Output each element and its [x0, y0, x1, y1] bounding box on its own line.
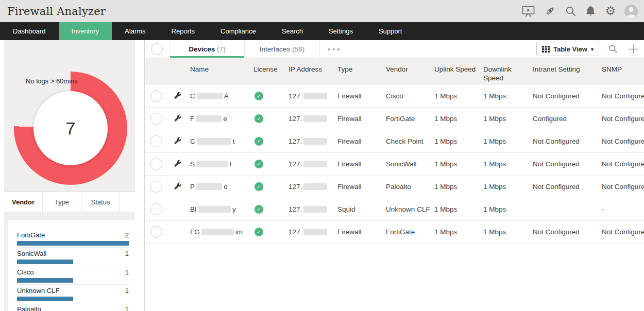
vendor-row-unknown-clf[interactable]: Unknown CLF1: [17, 285, 129, 303]
add-device-plus-icon[interactable]: [628, 44, 639, 55]
settings-gear-icon[interactable]: ⚙: [605, 5, 616, 17]
uplink-speed-cell: 1 Mbps: [432, 92, 481, 100]
chevron-down-icon: ▾: [591, 46, 594, 52]
snmp-cell: Not Configured: [600, 115, 644, 123]
wrench-icon[interactable]: [174, 160, 181, 168]
table-view-button[interactable]: Table View ▾: [536, 42, 599, 56]
license-valid-icon: ✓: [255, 92, 263, 100]
license-valid-icon: ✓: [255, 137, 263, 146]
sidebar-tab-status[interactable]: Status: [81, 192, 120, 212]
row-select-radio[interactable]: [150, 226, 162, 238]
nav-item-alarms[interactable]: Alarms: [112, 22, 158, 40]
search-icon[interactable]: [565, 5, 577, 17]
app-title: Firewall Analyzer: [7, 5, 106, 18]
ip-address-cell: 127.: [286, 228, 335, 236]
wrench-icon[interactable]: [174, 182, 181, 191]
redacted-text: [303, 115, 327, 122]
presentation-player-icon[interactable]: [522, 5, 535, 17]
nav-item-compliance[interactable]: Compliance: [208, 22, 269, 40]
ip-address-cell: 127.: [286, 183, 335, 191]
app-header: Firewall Analyzer: [0, 0, 644, 22]
vendor-row-sonicwall[interactable]: SonicWall1: [17, 248, 129, 266]
row-select-radio[interactable]: [150, 135, 162, 147]
donut-label: No logs > 60mins: [26, 77, 78, 85]
donut-hole: 7: [33, 91, 108, 165]
nav-item-search[interactable]: Search: [269, 22, 316, 40]
wrench-icon[interactable]: [174, 137, 181, 146]
wrench-icon[interactable]: [174, 92, 181, 100]
device-name-cell: Po: [188, 183, 251, 191]
col-ip-address[interactable]: IP Address: [286, 58, 335, 85]
snmp-cell: Not Configured: [600, 228, 644, 236]
vendor-count: 1: [125, 250, 129, 257]
vendor-label: Cisco: [17, 268, 34, 276]
vendor-cell: Paloalto: [384, 183, 432, 191]
intranet-setting-cell: Not Configured: [531, 92, 600, 100]
sidebar-tab-type[interactable]: Type: [43, 192, 81, 212]
nav-item-support[interactable]: Support: [366, 22, 415, 40]
nav-item-dashboard[interactable]: Dashboard: [0, 22, 59, 40]
vendor-bar: [17, 241, 129, 246]
wrench-icon[interactable]: [174, 114, 181, 123]
col-vendor[interactable]: Vendor: [384, 58, 432, 85]
table-search-icon[interactable]: [608, 44, 618, 54]
vendor-count: 1: [125, 287, 129, 295]
snmp-cell: Not Configured: [600, 160, 644, 168]
header-icon-group: ⚙: [522, 5, 638, 18]
ip-address-cell: 127.: [286, 115, 335, 123]
col-name[interactable]: Name: [188, 58, 251, 85]
nav-item-settings[interactable]: Settings: [316, 22, 366, 40]
row-select-radio[interactable]: [150, 113, 162, 125]
device-name-cell: Bly: [188, 205, 251, 213]
rocket-icon[interactable]: [544, 5, 556, 18]
col-intranet-setting[interactable]: Intranet Setting: [531, 58, 600, 85]
col-type[interactable]: Type: [335, 58, 384, 85]
intranet-setting-cell: Not Configured: [531, 228, 600, 236]
redacted-text: [303, 93, 327, 99]
row-select-cell: [145, 203, 167, 215]
row-select-radio[interactable]: [150, 90, 162, 102]
sidebar: No logs > 60mins 7 Vendor Type Status Fo…: [0, 40, 145, 311]
vendor-cell: Unknown CLF: [384, 205, 432, 213]
device-name-cell: Fe: [188, 115, 251, 123]
sidebar-tabs: Vendor Type Status: [4, 192, 135, 212]
col-downlink-speed[interactable]: Downlink Speed: [481, 58, 531, 85]
type-cell: Firewall: [335, 183, 384, 191]
redacted-text: [303, 138, 327, 145]
uplink-speed-cell: 1 Mbps: [432, 228, 481, 236]
vendor-cell: FortiGate: [384, 115, 432, 123]
vendor-label: FortiGate: [17, 231, 45, 239]
ip-address-cell: 127.: [286, 160, 335, 168]
nav-item-reports[interactable]: Reports: [159, 22, 208, 40]
redacted-text: [196, 161, 228, 167]
uplink-speed-cell: 1 Mbps: [432, 160, 481, 168]
row-select-radio[interactable]: [150, 181, 162, 193]
col-uplink-speed[interactable]: Uplink Speed: [432, 58, 481, 85]
row-select-radio[interactable]: [150, 203, 162, 215]
tab-devices[interactable]: Devices (7): [170, 40, 244, 58]
intranet-setting-cell: Not Configured: [531, 183, 600, 191]
row-actions-cell: [167, 114, 188, 123]
user-avatar[interactable]: [624, 5, 638, 18]
downlink-speed-cell: 1 Mbps: [481, 205, 531, 213]
select-all-radio[interactable]: [151, 43, 163, 55]
sidebar-left-strip: [0, 40, 4, 311]
table-row: FGim✓127.FirewallFortiGate1 Mbps1 MbpsNo…: [145, 221, 644, 244]
vendor-bar: [17, 278, 73, 283]
table-row: Sl✓127.FirewallSonicWall1 Mbps1 MbpsNot …: [145, 153, 644, 176]
license-cell: ✓: [251, 92, 286, 100]
col-snmp[interactable]: SNMP: [600, 58, 644, 85]
notification-bell-icon[interactable]: [585, 5, 596, 17]
vendor-row-cisco[interactable]: Cisco1: [17, 266, 129, 285]
sidebar-tab-vendor[interactable]: Vendor: [4, 192, 43, 212]
vendor-cell: SonicWall: [384, 160, 432, 168]
nav-item-inventory[interactable]: Inventory: [59, 22, 112, 40]
more-tabs-ellipsis-icon[interactable]: •••: [328, 45, 342, 54]
row-select-radio[interactable]: [150, 158, 162, 170]
redacted-text: [197, 138, 231, 145]
vendor-row-fortigate[interactable]: FortiGate2: [17, 229, 129, 248]
tab-interfaces[interactable]: Interfaces (58): [244, 40, 320, 58]
redacted-text: [303, 183, 327, 190]
col-license[interactable]: License: [251, 58, 286, 85]
vendor-row-paloalto[interactable]: Paloalto1: [17, 303, 129, 311]
